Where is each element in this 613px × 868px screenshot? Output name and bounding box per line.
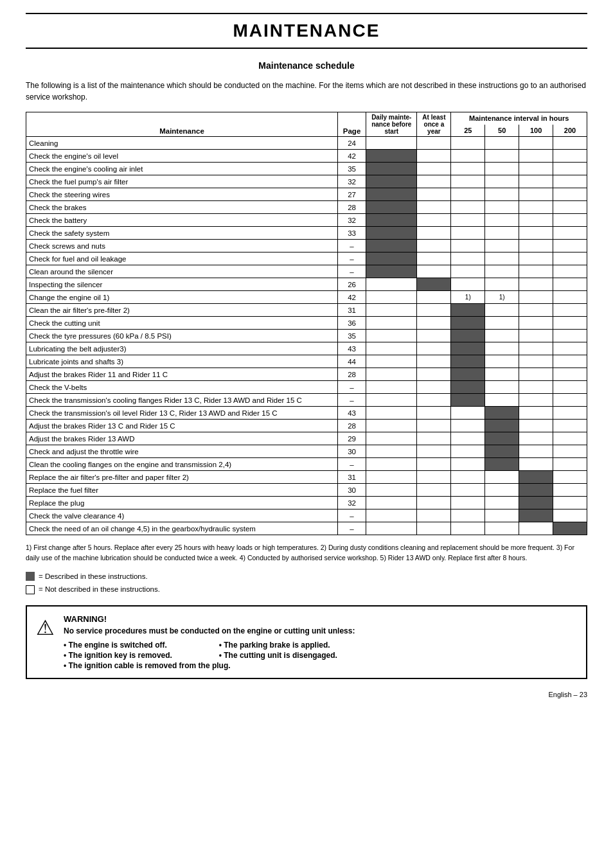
row-h25: [451, 265, 485, 278]
row-once: [417, 471, 451, 484]
row-h200: [553, 509, 587, 522]
row-item-name: Check the steering wires: [26, 188, 338, 201]
row-item-name: Check the valve clearance 4): [26, 509, 338, 522]
row-h25: [451, 342, 485, 355]
table-row: Check the brakes28: [26, 201, 587, 214]
row-once: [417, 252, 451, 265]
table-row: Check the cutting unit36: [26, 317, 587, 330]
row-item-name: Check the fuel pump's air filter: [26, 175, 338, 188]
row-page: 35: [338, 330, 366, 342]
row-page: 31: [338, 471, 366, 484]
row-once: [417, 497, 451, 509]
row-h200: [553, 471, 587, 484]
row-daily: [366, 214, 417, 227]
row-once: [417, 407, 451, 420]
row-once: [417, 381, 451, 394]
row-daily: [366, 471, 417, 484]
row-h50: [485, 458, 519, 471]
row-item-name: Inspecting the silencer: [26, 278, 338, 291]
row-h50: [485, 214, 519, 227]
row-h50: [485, 445, 519, 458]
row-h50: [485, 381, 519, 394]
row-page: 33: [338, 227, 366, 240]
warning-icon: ⚠: [36, 616, 55, 640]
row-daily: [366, 420, 417, 432]
row-once: [417, 175, 451, 188]
row-page: –: [338, 394, 366, 407]
row-h100: [519, 150, 553, 163]
row-page: 24: [338, 137, 366, 150]
legend-empty-square: [26, 585, 35, 594]
row-page: 26: [338, 278, 366, 291]
row-daily: [366, 291, 417, 304]
col-header-50: 50: [485, 125, 519, 137]
row-once: [417, 163, 451, 175]
row-once: [417, 240, 451, 252]
row-h25: [451, 484, 485, 497]
row-h25: [451, 394, 485, 407]
row-h200: [553, 330, 587, 342]
row-h200: [553, 265, 587, 278]
row-item-name: Check the battery: [26, 214, 338, 227]
warning-item-4: • The cutting unit is disengaged.: [219, 651, 355, 660]
row-once: [417, 304, 451, 317]
row-page: 43: [338, 407, 366, 420]
row-h100: [519, 497, 553, 509]
legend-filled-text: = Described in these instructions.: [39, 570, 148, 583]
row-once: [417, 278, 451, 291]
row-h100: [519, 394, 553, 407]
row-item-name: Clean around the silencer: [26, 265, 338, 278]
table-row: Check screws and nuts–: [26, 240, 587, 252]
legend-filled: = Described in these instructions.: [26, 570, 587, 583]
row-h100: [519, 317, 553, 330]
table-row: Check and adjust the throttle wire30: [26, 445, 587, 458]
row-h50: [485, 252, 519, 265]
row-h25: [451, 355, 485, 368]
row-item-name: Check the need of an oil change 4,5) in …: [26, 522, 338, 535]
row-page: 30: [338, 445, 366, 458]
row-h100: [519, 330, 553, 342]
legend-empty: = Not described in these instructions.: [26, 583, 587, 596]
row-daily: [366, 240, 417, 252]
row-item-name: Lubricating the belt adjuster3): [26, 342, 338, 355]
row-daily: [366, 252, 417, 265]
row-h25: [451, 304, 485, 317]
table-row: Cleaning24: [26, 137, 587, 150]
row-item-name: Check the safety system: [26, 227, 338, 240]
row-item-name: Adjust the brakes Rider 11 and Rider 11 …: [26, 368, 338, 381]
row-item-name: Check for fuel and oil leakage: [26, 252, 338, 265]
row-h25: [451, 317, 485, 330]
row-h100: [519, 252, 553, 265]
row-once: [417, 214, 451, 227]
row-item-name: Replace the plug: [26, 497, 338, 509]
table-row: Lubricate joints and shafts 3)44: [26, 355, 587, 368]
col-header-200: 200: [553, 125, 587, 137]
row-h25: [451, 509, 485, 522]
warning-subtitle: No service procedures must be conducted …: [64, 626, 355, 635]
row-h50: 1): [485, 291, 519, 304]
row-daily: [366, 163, 417, 175]
row-item-name: Adjust the brakes Rider 13 C and Rider 1…: [26, 420, 338, 432]
row-h100: [519, 227, 553, 240]
row-daily: [366, 330, 417, 342]
row-h50: [485, 317, 519, 330]
row-once: [417, 227, 451, 240]
row-daily: [366, 278, 417, 291]
row-h50: [485, 330, 519, 342]
table-row: Check the valve clearance 4)–: [26, 509, 587, 522]
row-h50: [485, 497, 519, 509]
row-h200: [553, 278, 587, 291]
row-daily: [366, 137, 417, 150]
row-h25: [451, 497, 485, 509]
row-h100: [519, 175, 553, 188]
row-item-name: Check the engine's cooling air inlet: [26, 163, 338, 175]
row-h200: [553, 252, 587, 265]
legend-filled-square: [26, 572, 35, 581]
table-row: Replace the air filter's pre-filter and …: [26, 471, 587, 484]
table-row: Change the engine oil 1)421)1): [26, 291, 587, 304]
table-row: Clean around the silencer–: [26, 265, 587, 278]
row-h25: [451, 278, 485, 291]
row-h200: [553, 407, 587, 420]
row-page: –: [338, 509, 366, 522]
row-once: [417, 342, 451, 355]
